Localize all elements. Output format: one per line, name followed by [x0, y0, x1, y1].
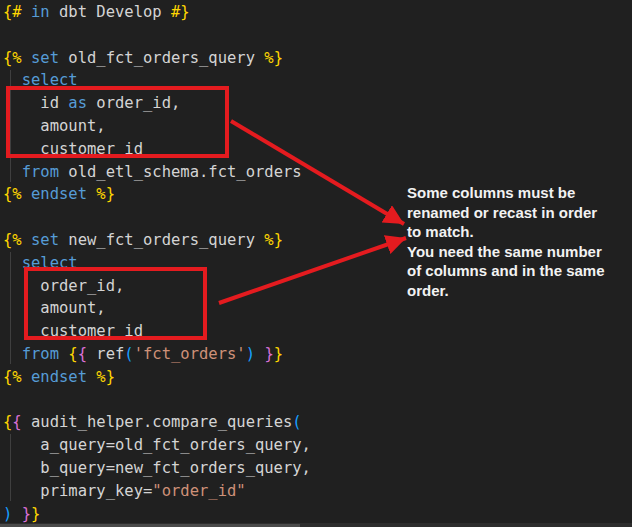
code-token	[3, 345, 22, 363]
code-token: {	[78, 345, 87, 363]
code-token	[87, 368, 96, 386]
editor-screen: {# in dbt Develop #} {% set old_fct_orde…	[0, 0, 632, 527]
code-line: primary_key="order_id"	[3, 480, 632, 503]
code-line: {% set old_fct_orders_query %}	[3, 47, 632, 70]
code-token	[87, 185, 96, 203]
code-token: old_fct_orders_query	[59, 49, 264, 67]
code-token: select	[22, 71, 78, 89]
code-token: 'fct_orders'	[134, 345, 246, 363]
annotation-note-line: Some columns must be	[407, 183, 622, 203]
code-token: {	[3, 413, 12, 431]
code-token	[22, 3, 31, 21]
code-token: {%	[3, 49, 22, 67]
code-token	[255, 345, 264, 363]
code-token: }	[274, 345, 283, 363]
code-line: {# in dbt Develop #}	[3, 1, 632, 24]
code-token	[22, 185, 31, 203]
code-token: set	[31, 231, 59, 249]
code-token: select	[22, 254, 78, 272]
code-token: ref	[87, 345, 124, 363]
code-token: %}	[264, 49, 283, 67]
code-token: customer_id	[3, 140, 143, 158]
code-token: amount,	[3, 117, 106, 135]
code-token: from	[22, 163, 59, 181]
code-line: amount,	[3, 297, 632, 320]
code-token: %}	[96, 185, 115, 203]
code-token	[3, 163, 22, 181]
code-token	[12, 505, 21, 523]
annotation-note-line: to match.	[407, 222, 622, 242]
horizontal-scrollbar[interactable]	[0, 523, 632, 527]
code-line: {% endset %}	[3, 366, 632, 389]
annotation-note-line: order.	[407, 281, 622, 301]
code-token: {%	[3, 185, 22, 203]
code-line: customer_id	[3, 320, 632, 343]
code-token: endset	[31, 368, 87, 386]
code-token: order_id,	[3, 277, 124, 295]
code-token	[22, 368, 31, 386]
code-token: )	[3, 505, 12, 523]
code-line: id as order_id,	[3, 92, 632, 115]
code-token: {%	[3, 231, 22, 249]
code-token: (	[292, 413, 301, 431]
code-token: }	[22, 505, 31, 523]
code-token: b_query=new_fct_orders_query,	[3, 459, 311, 477]
code-token: "order_id"	[152, 482, 245, 500]
code-token: %}	[96, 368, 115, 386]
code-token: #}	[171, 3, 190, 21]
code-token: {	[12, 413, 21, 431]
annotation-note-line: You need the same number	[407, 242, 622, 262]
code-token: in	[31, 3, 50, 21]
code-line: select	[3, 69, 632, 92]
code-token: )	[246, 345, 255, 363]
code-token	[3, 71, 22, 89]
code-token: endset	[31, 185, 87, 203]
code-token: order_id,	[87, 94, 180, 112]
code-token	[22, 231, 31, 249]
code-token: from	[22, 345, 59, 363]
code-token: set	[31, 49, 59, 67]
code-token: a_query=old_fct_orders_query,	[3, 436, 311, 454]
code-token	[22, 49, 31, 67]
code-token: }	[264, 345, 273, 363]
code-token: }	[31, 505, 40, 523]
code-line: b_query=new_fct_orders_query,	[3, 457, 632, 480]
code-token: (	[124, 345, 133, 363]
code-line: customer_id	[3, 138, 632, 161]
code-token: new_fct_orders_query	[59, 231, 264, 249]
code-token: dbt Develop	[50, 3, 171, 21]
annotation-note-line: renamed or recast in order	[407, 203, 622, 223]
code-token: amount,	[3, 299, 106, 317]
code-token: {#	[3, 3, 22, 21]
code-token: old_etl_schema.fct_orders	[59, 163, 302, 181]
code-token: customer_id	[3, 322, 143, 340]
code-token: as	[68, 94, 87, 112]
code-line: from old_etl_schema.fct_orders	[3, 161, 632, 184]
code-line	[3, 389, 632, 412]
code-token: id	[3, 94, 68, 112]
code-line: from {{ ref('fct_orders') }}	[3, 343, 632, 366]
code-line: amount,	[3, 115, 632, 138]
code-token: audit_helper.compare_queries	[22, 413, 293, 431]
code-token	[59, 345, 68, 363]
code-token: primary_key=	[3, 482, 152, 500]
annotation-note: Some columns must berenamed or recast in…	[407, 183, 622, 300]
code-line	[3, 24, 632, 47]
code-token: {	[68, 345, 77, 363]
annotation-note-line: of columns and in the same	[407, 261, 622, 281]
code-line: a_query=old_fct_orders_query,	[3, 434, 632, 457]
code-token: {%	[3, 368, 22, 386]
code-line: ) }}	[3, 503, 632, 526]
code-token	[3, 254, 22, 272]
code-token: %}	[264, 231, 283, 249]
code-line: {{ audit_helper.compare_queries(	[3, 411, 632, 434]
